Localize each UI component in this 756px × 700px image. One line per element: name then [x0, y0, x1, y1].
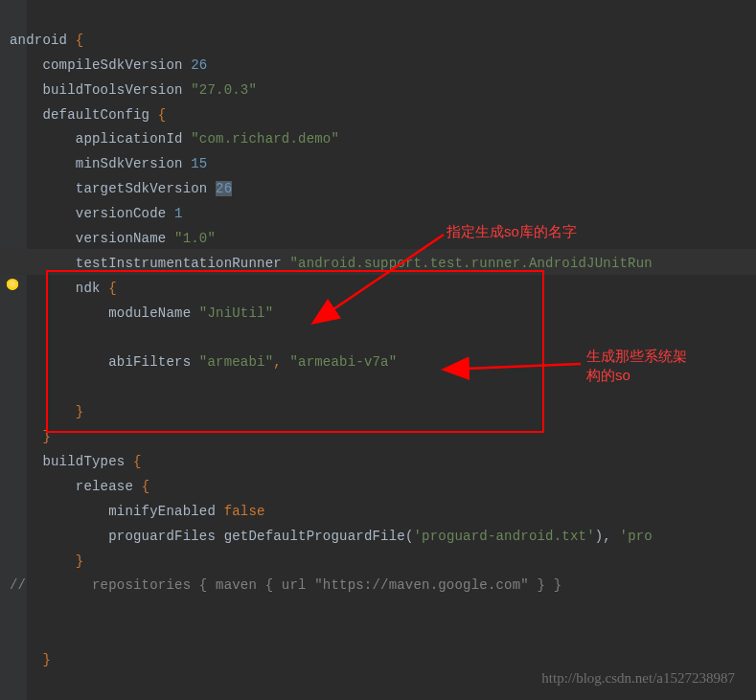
annotation-2: 生成那些系统架 构的so	[586, 347, 687, 384]
watermark: http://blog.csdn.net/a1527238987	[541, 666, 735, 692]
kw-android: android	[10, 33, 67, 48]
code-block: android { compileSdkVersion 26 buildTool…	[0, 0, 653, 673]
annotation-1: 指定生成so库的名字	[447, 218, 577, 245]
